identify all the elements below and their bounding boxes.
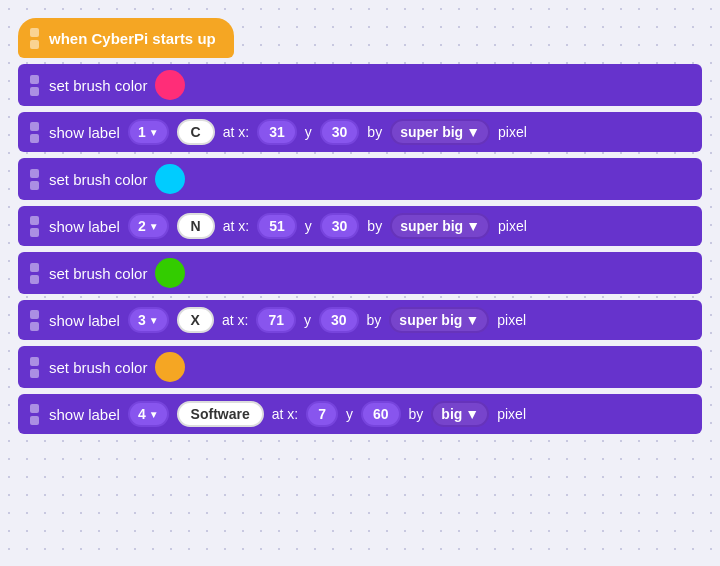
pixel-1: pixel <box>498 124 527 140</box>
x-value-4[interactable]: 7 <box>306 401 338 427</box>
by-label-2: by <box>367 218 382 234</box>
y-label-1: y <box>305 124 312 140</box>
size-dropdown-4[interactable]: big ▼ <box>431 401 489 427</box>
letter-pill-4[interactable]: Software <box>177 401 264 427</box>
letter-pill-2[interactable]: N <box>177 213 215 239</box>
show-label-text-1: show label <box>49 124 120 141</box>
color-swatch-3[interactable] <box>155 258 185 288</box>
dropdown-arrow-3: ▼ <box>149 315 159 326</box>
hat-block-icon <box>30 28 39 49</box>
block-show-label-2: show label 2 ▼ N at x: 51 y 30 by super … <box>18 206 702 246</box>
block-set-brush-4: set brush color <box>18 346 702 388</box>
at-x-3: at x: <box>222 312 248 328</box>
x-value-2[interactable]: 51 <box>257 213 297 239</box>
set-brush-label-4: set brush color <box>49 359 147 376</box>
hat-label: when CyberPi starts up <box>49 30 216 47</box>
block-icon-sl4 <box>30 404 39 425</box>
size-dropdown-1[interactable]: super big ▼ <box>390 119 490 145</box>
block-icon-3 <box>30 263 39 284</box>
at-x-2: at x: <box>223 218 249 234</box>
show-label-text-4: show label <box>49 406 120 423</box>
block-icon-4 <box>30 357 39 378</box>
by-label-4: by <box>409 406 424 422</box>
set-brush-label-2: set brush color <box>49 171 147 188</box>
size-dropdown-2[interactable]: super big ▼ <box>390 213 490 239</box>
at-x-4: at x: <box>272 406 298 422</box>
y-label-2: y <box>305 218 312 234</box>
show-label-text-3: show label <box>49 312 120 329</box>
blocks-container: when CyberPi starts up set brush color s… <box>18 18 702 434</box>
block-show-label-3: show label 3 ▼ X at x: 71 y 30 by super … <box>18 300 702 340</box>
hat-block: when CyberPi starts up <box>18 18 234 58</box>
dropdown-arrow-2: ▼ <box>149 221 159 232</box>
block-show-label-1: show label 1 ▼ C at x: 31 y 30 by super … <box>18 112 702 152</box>
block-icon-sl3 <box>30 310 39 331</box>
set-brush-label-1: set brush color <box>49 77 147 94</box>
at-x-1: at x: <box>223 124 249 140</box>
y-value-3[interactable]: 30 <box>319 307 359 333</box>
color-swatch-4[interactable] <box>155 352 185 382</box>
block-show-label-4: show label 4 ▼ Software at x: 7 y 60 by … <box>18 394 702 434</box>
y-value-2[interactable]: 30 <box>320 213 360 239</box>
color-swatch-2[interactable] <box>155 164 185 194</box>
letter-pill-1[interactable]: C <box>177 119 215 145</box>
block-set-brush-2: set brush color <box>18 158 702 200</box>
letter-pill-3[interactable]: X <box>177 307 214 333</box>
y-label-3: y <box>304 312 311 328</box>
num-dropdown-2[interactable]: 2 ▼ <box>128 213 169 239</box>
x-value-3[interactable]: 71 <box>256 307 296 333</box>
set-brush-label-3: set brush color <box>49 265 147 282</box>
block-icon-1 <box>30 75 39 96</box>
pixel-2: pixel <box>498 218 527 234</box>
num-dropdown-4[interactable]: 4 ▼ <box>128 401 169 427</box>
pixel-3: pixel <box>497 312 526 328</box>
block-set-brush-3: set brush color <box>18 252 702 294</box>
block-icon-sl1 <box>30 122 39 143</box>
block-set-brush-1: set brush color <box>18 64 702 106</box>
y-value-1[interactable]: 30 <box>320 119 360 145</box>
by-label-3: by <box>367 312 382 328</box>
x-value-1[interactable]: 31 <box>257 119 297 145</box>
num-dropdown-3[interactable]: 3 ▼ <box>128 307 169 333</box>
pixel-4: pixel <box>497 406 526 422</box>
block-icon-sl2 <box>30 216 39 237</box>
dropdown-arrow-1: ▼ <box>149 127 159 138</box>
num-dropdown-1[interactable]: 1 ▼ <box>128 119 169 145</box>
color-swatch-1[interactable] <box>155 70 185 100</box>
y-value-4[interactable]: 60 <box>361 401 401 427</box>
y-label-4: y <box>346 406 353 422</box>
dropdown-arrow-4: ▼ <box>149 409 159 420</box>
show-label-text-2: show label <box>49 218 120 235</box>
size-dropdown-3[interactable]: super big ▼ <box>389 307 489 333</box>
block-icon-2 <box>30 169 39 190</box>
by-label-1: by <box>367 124 382 140</box>
